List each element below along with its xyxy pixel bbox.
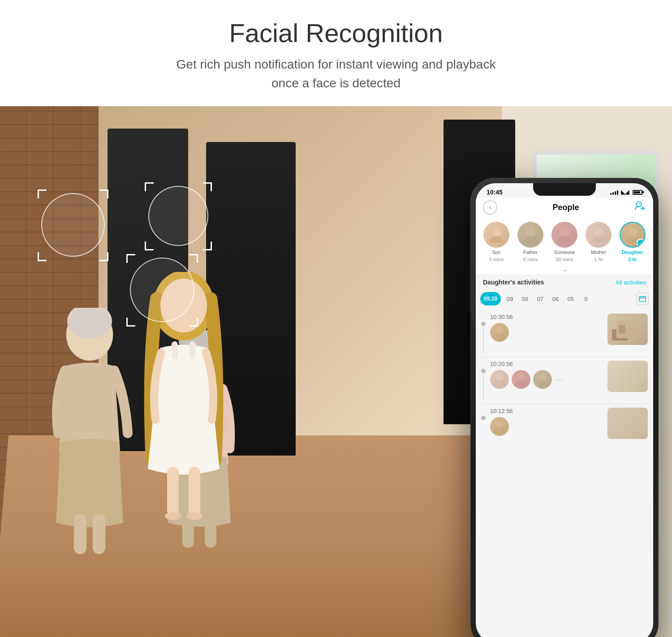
activity-thumbnail-1 <box>607 314 648 345</box>
status-icons: ◣◢ <box>610 189 642 195</box>
activity-timeline-2 <box>481 361 486 400</box>
person-name-daughter: Daughter <box>622 250 643 255</box>
activity-avatar-someone-2 <box>512 370 530 389</box>
status-time: 10:45 <box>487 189 503 196</box>
date-0[interactable]: 0 <box>580 296 592 302</box>
svg-rect-31 <box>619 325 625 334</box>
activity-avatars-1 <box>490 323 603 342</box>
date-06[interactable]: 06 <box>549 296 562 302</box>
svg-point-14 <box>165 512 181 520</box>
person-item-son[interactable]: Son 5 mins <box>483 222 509 262</box>
activity-avatars-2: ··· <box>490 370 603 389</box>
activity-list: 10:30:56 <box>476 308 653 444</box>
date-row: 05.10 09 08 07 06 05 0 <box>476 289 653 308</box>
svg-point-33 <box>517 374 525 381</box>
person-avatar-daughter: ✓ <box>620 222 646 248</box>
person-avatar-son <box>483 222 509 248</box>
corner-bracket-bl <box>38 252 47 261</box>
activity-dot-1 <box>481 322 486 326</box>
person-time-mother: 1 hr <box>594 257 603 262</box>
battery-icon <box>633 190 642 195</box>
activity-avatar-mother-2 <box>490 370 509 389</box>
active-check: ✓ <box>637 239 645 247</box>
svg-rect-12 <box>167 467 179 516</box>
activity-avatar-daughter-1 <box>490 323 509 342</box>
date-selected[interactable]: 05.10 <box>480 292 501 306</box>
chevron-down-icon[interactable]: ⌄ <box>476 264 653 274</box>
person-time-daughter: 2 hr <box>628 257 637 262</box>
person-time-someone: 50 mins <box>556 257 573 262</box>
activity-item-2: 10:20:56 · <box>476 357 653 404</box>
phone-notch <box>533 183 596 196</box>
activity-content-1: 10:30:56 <box>490 314 603 342</box>
activity-thumbnail-2 <box>607 361 648 392</box>
calendar-button[interactable] <box>636 293 649 305</box>
phone-outer-shell: 10:45 ◣◢ <box>470 178 659 637</box>
activity-avatars-3 <box>490 417 603 436</box>
signal-bars <box>610 189 618 195</box>
corner-bracket-tl <box>38 189 47 198</box>
detection-box-grandma <box>38 189 108 261</box>
activity-time-2: 10:20:56 <box>490 361 603 367</box>
header-section: Facial Recognition Get rich push notific… <box>0 0 672 106</box>
svg-point-35 <box>496 421 503 428</box>
svg-point-22 <box>594 227 603 237</box>
svg-point-21 <box>560 227 569 237</box>
grandma-figure <box>45 308 134 559</box>
add-person-button[interactable] <box>634 201 646 214</box>
corner-bracket-br-2 <box>203 241 212 250</box>
activity-content-2: 10:20:56 · <box>490 361 603 389</box>
person-item-someone[interactable]: Someone 50 mins <box>551 222 577 262</box>
people-row: Son 5 mins Father 8 mins <box>476 218 653 264</box>
person-item-father[interactable]: Father 8 mins <box>517 222 543 262</box>
corner-bracket-tl-2 <box>145 182 154 191</box>
person-item-daughter[interactable]: ✓ Daughter 2 hr <box>620 222 646 262</box>
activity-timeline-3 <box>481 408 486 420</box>
date-07[interactable]: 07 <box>534 296 547 302</box>
svg-point-19 <box>492 228 501 237</box>
date-05[interactable]: 05 <box>564 296 577 302</box>
svg-rect-2 <box>74 514 86 554</box>
back-button[interactable]: ‹ <box>483 200 497 215</box>
person-avatar-mother <box>586 222 612 248</box>
activity-dot-2 <box>481 369 486 373</box>
svg-point-23 <box>628 227 638 237</box>
phone-screen: 10:45 ◣◢ <box>476 183 653 637</box>
person-avatar-father <box>517 222 543 248</box>
svg-point-28 <box>496 327 503 334</box>
svg-point-16 <box>637 202 642 207</box>
corner-bracket-br <box>99 252 108 261</box>
activity-time-3: 10:12:56 <box>490 408 603 414</box>
person-name-mother: Mother <box>591 250 606 255</box>
svg-point-34 <box>539 374 546 381</box>
svg-point-15 <box>186 512 202 520</box>
activity-line-2 <box>483 373 484 400</box>
corner-bracket-tl-3 <box>126 254 135 263</box>
corner-bracket-tr <box>99 189 108 198</box>
activities-header: Daughter's activities All activities <box>476 274 653 289</box>
activity-avatar-father-2 <box>533 370 552 389</box>
activity-content-3: 10:12:56 <box>490 408 603 436</box>
nav-title: People <box>552 203 579 212</box>
person-time-son: 5 mins <box>489 257 504 262</box>
date-09[interactable]: 09 <box>504 296 516 302</box>
svg-rect-3 <box>93 514 105 554</box>
person-name-father: Father <box>523 250 538 255</box>
activity-time-1: 10:30:56 <box>490 314 603 320</box>
all-activities-link[interactable]: All activities <box>616 279 646 286</box>
detection-box-grandpa <box>145 182 212 250</box>
activity-line-1 <box>483 326 484 353</box>
activity-dot-3 <box>481 416 486 420</box>
person-item-mother[interactable]: Mother 1 hr <box>586 222 612 262</box>
main-section: 10:45 ◣◢ <box>0 106 672 637</box>
svg-point-20 <box>526 227 535 237</box>
app-nav: ‹ People <box>476 198 653 218</box>
corner-bracket-bl-3 <box>126 318 135 327</box>
date-08[interactable]: 08 <box>519 296 531 302</box>
detection-box-girl <box>126 254 198 327</box>
activity-thumbnail-3 <box>607 408 648 439</box>
corner-bracket-br-3 <box>189 318 198 327</box>
phone-mockup: 10:45 ◣◢ <box>470 178 659 637</box>
person-time-father: 8 mins <box>523 257 538 262</box>
corner-bracket-bl-2 <box>145 241 154 250</box>
